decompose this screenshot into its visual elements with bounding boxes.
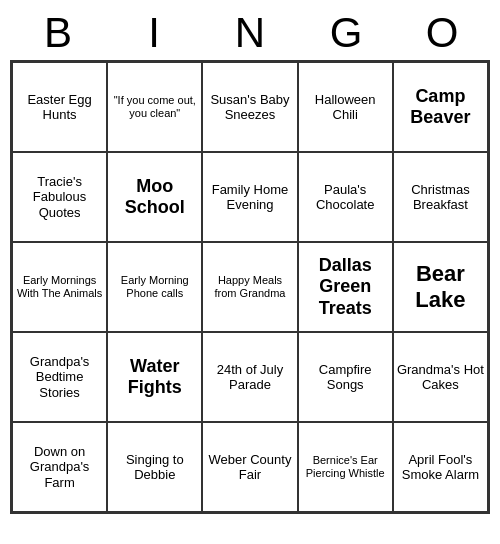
bingo-cell-21: Singing to Debbie	[107, 422, 202, 512]
bingo-cell-19: Grandma's Hot Cakes	[393, 332, 488, 422]
bingo-cell-24: April Fool's Smoke Alarm	[393, 422, 488, 512]
bingo-cell-10: Early Mornings With The Animals	[12, 242, 107, 332]
bingo-cell-18: Campfire Songs	[298, 332, 393, 422]
bingo-cell-7: Family Home Evening	[202, 152, 297, 242]
bingo-card: Easter Egg Hunts"If you come out, you cl…	[10, 58, 490, 514]
bingo-cell-4: Camp Beaver	[393, 62, 488, 152]
bingo-cell-14: Bear Lake	[393, 242, 488, 332]
bingo-letter-N: N	[202, 10, 298, 56]
bingo-cell-22: Weber County Fair	[202, 422, 297, 512]
bingo-letter-G: G	[298, 10, 394, 56]
bingo-cell-5: Tracie's Fabulous Quotes	[12, 152, 107, 242]
bingo-cell-0: Easter Egg Hunts	[12, 62, 107, 152]
bingo-cell-20: Down on Grandpa's Farm	[12, 422, 107, 512]
bingo-cell-15: Grandpa's Bedtime Stories	[12, 332, 107, 422]
bingo-cell-2: Susan's Baby Sneezes	[202, 62, 297, 152]
bingo-cell-9: Christmas Breakfast	[393, 152, 488, 242]
bingo-cell-13: Dallas Green Treats	[298, 242, 393, 332]
bingo-letter-O: O	[394, 10, 490, 56]
bingo-letter-B: B	[10, 10, 106, 56]
bingo-cell-12: Happy Meals from Grandma	[202, 242, 297, 332]
bingo-header: BINGO	[10, 10, 490, 56]
bingo-letter-I: I	[106, 10, 202, 56]
bingo-cell-1: "If you come out, you clean"	[107, 62, 202, 152]
bingo-cell-11: Early Morning Phone calls	[107, 242, 202, 332]
bingo-cell-16: Water Fights	[107, 332, 202, 422]
bingo-cell-3: Halloween Chili	[298, 62, 393, 152]
bingo-cell-8: Paula's Chocolate	[298, 152, 393, 242]
bingo-cell-17: 24th of July Parade	[202, 332, 297, 422]
bingo-cell-6: Moo School	[107, 152, 202, 242]
bingo-cell-23: Bernice's Ear Piercing Whistle	[298, 422, 393, 512]
bingo-grid: Easter Egg Hunts"If you come out, you cl…	[10, 60, 490, 514]
